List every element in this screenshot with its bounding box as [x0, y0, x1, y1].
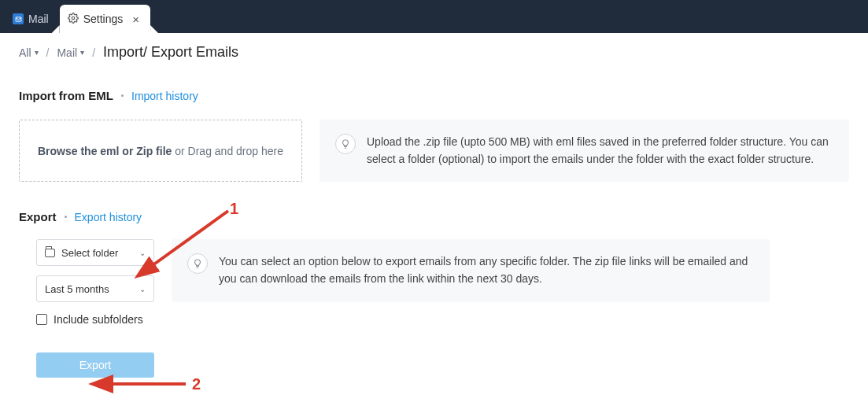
breadcrumb-sep: / [46, 46, 50, 59]
include-subfolders-checkbox[interactable] [36, 314, 47, 325]
export-button[interactable]: Export [36, 352, 154, 378]
dropzone-text: Browse the eml or Zip file or Drag and d… [38, 145, 283, 157]
tab-mail[interactable]: Mail [5, 5, 60, 33]
folder-icon [45, 249, 55, 257]
include-subfolders-label: Include subfolders [54, 313, 143, 326]
chevron-down-icon: ▾ [80, 48, 84, 57]
date-range-dropdown[interactable]: Last 5 months ⌄ [36, 275, 154, 302]
export-tip: You can select an option below to export… [172, 239, 770, 301]
import-title: Import from EML [19, 89, 113, 102]
breadcrumb-mail-label: Mail [57, 46, 77, 59]
gear-icon [68, 13, 79, 26]
breadcrumb: All ▾ / Mail ▾ / Import/ Export Emails [19, 33, 849, 75]
bulb-icon [335, 134, 356, 154]
import-section: Import from EML Import history Browse th… [19, 75, 849, 186]
tab-bar: Mail Settings × [0, 0, 868, 33]
include-subfolders-row[interactable]: Include subfolders [36, 313, 154, 326]
select-folder-dropdown[interactable]: Select folder ⌄ [36, 239, 154, 266]
page-title: Import/ Export Emails [103, 44, 238, 61]
svg-point-1 [72, 17, 75, 20]
chevron-down-icon: ⌄ [139, 285, 146, 293]
tab-mail-label: Mail [28, 13, 49, 25]
export-section-head: Export Export history [19, 210, 849, 223]
tab-settings-label: Settings [83, 13, 124, 25]
separator-dot [121, 94, 124, 97]
chevron-down-icon: ▾ [35, 48, 39, 57]
breadcrumb-all[interactable]: All ▾ [19, 46, 39, 59]
mail-icon [13, 13, 24, 24]
export-tip-text: You can select an option below to export… [219, 253, 754, 287]
breadcrumb-sep: / [92, 46, 95, 59]
import-tip: Upload the .zip file (upto 500 MB) with … [319, 120, 849, 182]
import-tip-text: Upload the .zip file (upto 500 MB) with … [367, 134, 833, 168]
separator-dot [65, 216, 67, 218]
export-history-link[interactable]: Export history [75, 211, 142, 223]
import-dropzone[interactable]: Browse the eml or Zip file or Drag and d… [19, 120, 302, 182]
breadcrumb-mail[interactable]: Mail ▾ [57, 46, 84, 59]
content-area: All ▾ / Mail ▾ / Import/ Export Emails I… [0, 33, 868, 382]
dropzone-bold: Browse the eml or Zip file [38, 145, 172, 157]
date-range-label: Last 5 months [45, 283, 109, 295]
bulb-icon [187, 253, 208, 274]
import-section-head: Import from EML Import history [19, 89, 849, 102]
chevron-down-icon: ⌄ [139, 249, 146, 257]
export-title: Export [19, 210, 57, 223]
close-icon[interactable]: × [132, 13, 139, 26]
select-folder-label: Select folder [61, 247, 118, 259]
export-section: Export Export history Select folder ⌄ [19, 196, 849, 382]
import-history-link[interactable]: Import history [131, 90, 198, 102]
breadcrumb-all-label: All [19, 46, 31, 59]
dropzone-rest: or Drag and drop here [172, 145, 283, 157]
tab-settings[interactable]: Settings × [60, 5, 150, 33]
